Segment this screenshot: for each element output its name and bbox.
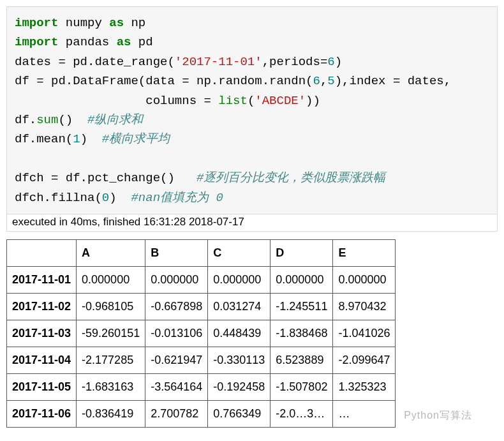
builtin-sum: sum <box>36 113 58 127</box>
col-header: A <box>77 239 145 266</box>
data-cell: -0.968105 <box>77 293 145 320</box>
data-cell: -2.0…3… <box>271 400 333 427</box>
data-cell: 0.000000 <box>271 266 333 293</box>
data-cell: -3.564164 <box>145 373 208 400</box>
watermark: Python写算法 <box>404 409 472 422</box>
data-cell: 0.000000 <box>77 266 145 293</box>
data-cell: -1.838468 <box>271 320 333 347</box>
number-literal: 6 <box>327 55 334 69</box>
data-cell: -0.192458 <box>208 373 271 400</box>
data-cell: -59.260151 <box>77 320 145 347</box>
data-cell: … <box>333 400 396 427</box>
string-literal: 'ABCDE' <box>255 94 306 108</box>
data-cell: 8.970432 <box>333 293 396 320</box>
table-row: 2017-11-04-2.177285-0.621947-0.3301136.5… <box>7 347 396 373</box>
data-cell: -1.507802 <box>271 373 333 400</box>
data-cell: 0.766349 <box>208 400 271 427</box>
table-row: 2017-11-010.0000000.0000000.0000000.0000… <box>7 266 396 293</box>
data-cell: -1.245511 <box>271 293 333 320</box>
row-header: 2017-11-04 <box>7 347 77 373</box>
output-table: A B C D E 2017-11-010.0000000.0000000.00… <box>6 239 396 428</box>
corner-cell <box>7 239 77 266</box>
table-row: 2017-11-05-1.683163-3.564164-0.192458-1.… <box>7 373 396 400</box>
col-header: C <box>208 239 271 266</box>
col-header: D <box>271 239 333 266</box>
data-cell: -1.041026 <box>333 320 396 347</box>
data-cell: 0.000000 <box>145 266 208 293</box>
data-cell: 0.000000 <box>208 266 271 293</box>
row-header: 2017-11-01 <box>7 266 77 293</box>
data-cell: -0.013106 <box>145 320 208 347</box>
comment: #横向求平均 <box>102 132 170 146</box>
code-cell: import numpy as np import pandas as pd d… <box>6 6 498 214</box>
data-cell: 2.700782 <box>145 400 208 427</box>
data-cell: -0.621947 <box>145 347 208 373</box>
kw-as: as <box>117 35 131 49</box>
data-cell: -2.177285 <box>77 347 145 373</box>
comment: #逐列百分比变化，类似股票涨跌幅 <box>196 171 385 185</box>
comment: #nan值填充为 0 <box>131 191 223 205</box>
data-cell: -1.683163 <box>77 373 145 400</box>
data-cell: 6.523889 <box>271 347 333 373</box>
data-cell: 0.000000 <box>333 266 396 293</box>
table-row: 2017-11-03-59.260151-0.0131060.448439-1.… <box>7 320 396 347</box>
table-row: 2017-11-06-0.8364192.7007820.766349-2.0…… <box>7 400 396 427</box>
data-cell: 1.325323 <box>333 373 396 400</box>
data-cell: -0.667898 <box>145 293 208 320</box>
row-header: 2017-11-03 <box>7 320 77 347</box>
col-header: E <box>333 239 396 266</box>
col-header: B <box>145 239 208 266</box>
data-cell: -0.330113 <box>208 347 271 373</box>
row-header: 2017-11-05 <box>7 373 77 400</box>
row-header: 2017-11-06 <box>7 400 77 427</box>
builtin-list: list <box>218 94 248 108</box>
execution-status: executed in 40ms, finished 16:31:28 2018… <box>6 214 498 232</box>
table-row: 2017-11-02-0.968105-0.6678980.031274-1.2… <box>7 293 396 320</box>
data-cell: 0.031274 <box>208 293 271 320</box>
table-header-row: A B C D E <box>7 239 396 266</box>
data-cell: -2.099647 <box>333 347 396 373</box>
data-cell: -0.836419 <box>77 400 145 427</box>
kw-import: import <box>15 16 58 30</box>
row-header: 2017-11-02 <box>7 293 77 320</box>
string-literal: '2017-11-01' <box>175 55 262 69</box>
comment: #纵向求和 <box>87 113 143 127</box>
data-cell: 0.448439 <box>208 320 271 347</box>
kw-as: as <box>109 16 124 30</box>
kw-import: import <box>15 35 58 49</box>
